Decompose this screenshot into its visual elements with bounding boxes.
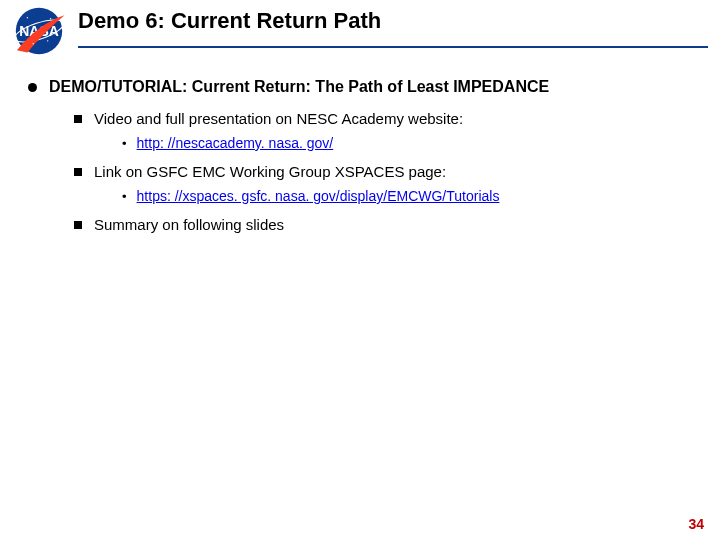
square-bullet-icon <box>74 115 82 123</box>
bullet-level1: DEMO/TUTORIAL: Current Return: The Path … <box>28 78 692 96</box>
level2-text: Summary on following slides <box>94 216 284 233</box>
level3-link: https: //xspaces. gsfc. nasa. gov/displa… <box>137 188 500 204</box>
slide-content: DEMO/TUTORIAL: Current Return: The Path … <box>0 56 720 233</box>
xspaces-link[interactable]: https: //xspaces. gsfc. nasa. gov/displa… <box>137 188 500 204</box>
title-wrap: Demo 6: Current Return Path <box>78 6 708 48</box>
bullet-level2: Video and full presentation on NESC Acad… <box>74 110 692 127</box>
svg-point-6 <box>47 40 48 41</box>
disc-bullet-icon <box>28 83 37 92</box>
svg-point-3 <box>27 17 28 18</box>
svg-point-8 <box>55 33 56 34</box>
level2-text: Video and full presentation on NESC Acad… <box>94 110 463 127</box>
slide-title: Demo 6: Current Return Path <box>78 8 708 42</box>
dot-bullet-icon: • <box>122 135 127 153</box>
bullet-level2: Summary on following slides <box>74 216 692 233</box>
bullet-level3: • https: //xspaces. gsfc. nasa. gov/disp… <box>122 188 692 206</box>
square-bullet-icon <box>74 168 82 176</box>
nasa-logo: NASA <box>10 6 68 56</box>
slide-header: NASA Demo 6: Current Return Path <box>0 0 720 56</box>
level1-text: DEMO/TUTORIAL: Current Return: The Path … <box>49 78 549 96</box>
page-number: 34 <box>688 516 704 532</box>
dot-bullet-icon: • <box>122 188 127 206</box>
level3-link: http: //nescacademy. nasa. gov/ <box>137 135 334 151</box>
bullet-level3: • http: //nescacademy. nasa. gov/ <box>122 135 692 153</box>
nesc-academy-link[interactable]: http: //nescacademy. nasa. gov/ <box>137 135 334 151</box>
bullet-level2: Link on GSFC EMC Working Group XSPACES p… <box>74 163 692 180</box>
svg-point-4 <box>50 18 51 19</box>
title-underline <box>78 46 708 48</box>
level2-text: Link on GSFC EMC Working Group XSPACES p… <box>94 163 446 180</box>
square-bullet-icon <box>74 221 82 229</box>
svg-point-7 <box>22 31 23 32</box>
svg-point-5 <box>33 43 34 44</box>
